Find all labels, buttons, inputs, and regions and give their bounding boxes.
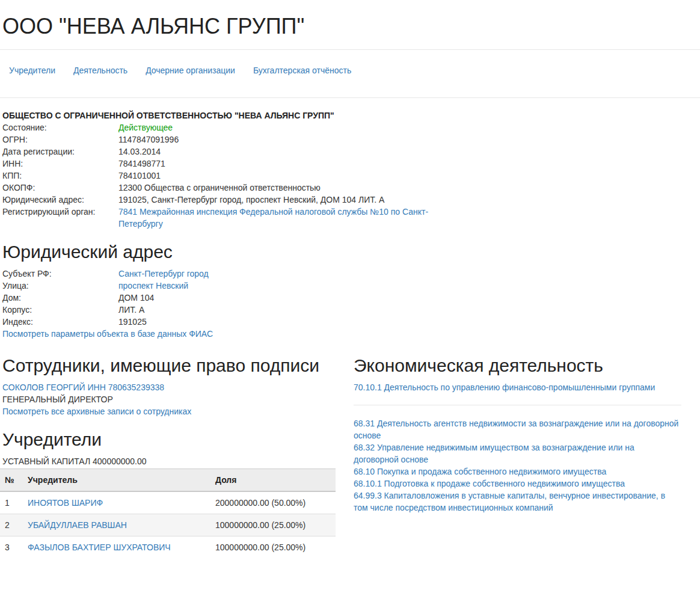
addr-row-subject: Субъект РФ: Санкт-Петербург город [2,268,700,280]
employee-link[interactable]: СОКОЛОВ ГЕОРГИЙ ИНН 780635239338 [2,381,336,393]
col-header-num: № [0,469,23,492]
okved-link[interactable]: 64.99.3 Капиталовложения в уставные капи… [354,490,681,514]
economic-divider [354,405,681,405]
founders-heading: Учредители [2,429,336,449]
okved-link[interactable]: 68.31 Деятельность агентств недвижимости… [354,417,681,441]
field-row-reg-authority: Регистрирующий орган: 7841 Межрайонная и… [2,206,700,230]
street-link[interactable]: проспект Невский [118,281,188,290]
field-row-okopf: ОКОПФ: 12300 Общества с ограниченной отв… [2,182,700,194]
field-row-inn: ИНН: 7841498771 [2,158,700,170]
field-label: Дата регистрации: [2,146,118,158]
right-column: Экономическая деятельность 70.10.1 Деяте… [354,343,681,558]
page-container: ООО "НЕВА АЛЬЯНС ГРУПП" Учредители Деяте… [0,14,700,582]
field-value: 1147847091996 [118,134,432,146]
field-label: ИНН: [2,158,118,170]
field-label: Улица: [2,280,118,292]
status-badge: Действующее [118,121,432,134]
company-full-name: ОБЩЕСТВО С ОГРАНИЧЕННОЙ ОТВЕТСТВЕННОСТЬЮ… [2,109,700,121]
table-row: 1 ИНОЯТОВ ШАРИФ 200000000.00 (50.00%) [0,491,336,514]
field-value: ЛИТ. А [118,304,432,316]
field-label: ОКОПФ: [2,182,118,194]
economic-activity-heading: Экономическая деятельность [354,355,681,375]
two-column-area: Сотрудники, имеющие право подписи СОКОЛО… [2,343,700,558]
col-header-share: Доля [210,469,336,492]
field-label: Индекс: [2,316,118,328]
field-value: 191025 [118,316,432,328]
left-column: Сотрудники, имеющие право подписи СОКОЛО… [2,343,336,558]
addr-row-street: Улица: проспект Невский [2,280,700,292]
okved-link[interactable]: 68.32 Управление недвижимым имуществом з… [354,441,681,466]
founder-share: 100000000.00 (25.00%) [210,514,336,536]
field-value: 191025, Санкт-Петербург город, проспект … [118,194,432,206]
addr-row-index: Индекс: 191025 [2,316,700,328]
founder-num: 3 [0,536,23,559]
col-header-name: Учредитель [23,469,210,492]
table-row: 3 ФАЗЫЛОВ БАХТИЕР ШУХРАТОВИЧ 100000000.0… [0,536,336,559]
field-label: Дом: [2,292,118,304]
okved-link[interactable]: 68.10 Покупка и продажа собственного нед… [354,466,681,478]
employee-position: ГЕНЕРАЛЬНЫЙ ДИРЕКТОР [2,393,336,405]
main-nav: Учредители Деятельность Дочерние организ… [0,58,700,82]
divider-under-nav [0,97,700,98]
founder-num: 2 [0,514,23,536]
field-label: Регистрирующий орган: [2,206,118,230]
nav-link-activity[interactable]: Деятельность [64,58,137,82]
divider-under-title [0,49,700,50]
field-value: 784101001 [118,170,432,182]
field-row-reg-date: Дата регистрации: 14.03.2014 [2,146,700,158]
field-label: КПП: [2,170,118,182]
founders-table-header-row: № Учредитель Доля [0,469,336,492]
founder-link[interactable]: УБАЙДУЛЛАЕВ РАВШАН [28,520,127,530]
founders-table: № Учредитель Доля 1 ИНОЯТОВ ШАРИФ 200000… [0,469,336,558]
economic-activity-section: Экономическая деятельность 70.10.1 Деяте… [354,355,681,514]
founder-num: 1 [0,491,23,514]
field-value: 7841498771 [118,158,432,170]
founder-share: 100000000.00 (25.00%) [210,536,336,559]
founders-section: Учредители УСТАВНЫЙ КАПИТАЛ 400000000.00… [2,429,336,558]
field-label: Субъект РФ: [2,268,118,280]
addr-row-house: Дом: ДОМ 104 [2,292,700,304]
legal-address-heading: Юридический адрес [2,242,700,262]
founder-link[interactable]: ФАЗЫЛОВ БАХТИЕР ШУХРАТОВИЧ [28,542,171,552]
field-row-kpp: КПП: 784101001 [2,170,700,182]
company-info-section: ОБЩЕСТВО С ОГРАНИЧЕННОЙ ОТВЕТСТВЕННОСТЬЮ… [2,109,700,230]
fias-link[interactable]: Посмотреть параметры объекта в базе данн… [2,329,213,339]
nav-link-subsidiaries[interactable]: Дочерние организации [137,58,244,82]
field-row-status: Состояние: Действующее [2,121,700,134]
okved-primary-link[interactable]: 70.10.1 Деятельность по управлению финан… [354,381,681,393]
employees-section: Сотрудники, имеющие право подписи СОКОЛО… [2,355,336,417]
region-link[interactable]: Санкт-Петербург город [118,269,209,278]
legal-address-section: Юридический адрес Субъект РФ: Санкт-Пете… [2,242,700,340]
nav-link-accounting[interactable]: Бухгалтерская отчёность [244,58,360,82]
employees-heading: Сотрудники, имеющие право подписи [2,355,336,375]
table-row: 2 УБАЙДУЛЛАЕВ РАВШАН 100000000.00 (25.00… [0,514,336,536]
founder-link[interactable]: ИНОЯТОВ ШАРИФ [28,498,103,508]
field-label: ОГРН: [2,134,118,146]
nav-link-founders[interactable]: Учредители [0,58,64,82]
field-label: Юридический адрес: [2,194,118,206]
field-row-ogrn: ОГРН: 1147847091996 [2,134,700,146]
field-row-legal-address: Юридический адрес: 191025, Санкт-Петербу… [2,194,700,206]
nav-wrap: Учредители Деятельность Дочерние организ… [2,58,700,82]
field-value: 12300 Общества с ограниченной ответствен… [118,182,432,194]
field-value: ДОМ 104 [118,292,432,304]
founder-share: 200000000.00 (50.00%) [210,491,336,514]
okved-link[interactable]: 68.10.1 Подготовка к продаже собственног… [354,478,681,490]
registering-authority-link[interactable]: 7841 Межрайонная инспекция Федеральной н… [118,207,428,229]
employees-archive-link[interactable]: Посмотреть все архивные записи о сотрудн… [2,405,336,417]
page-title: ООО "НЕВА АЛЬЯНС ГРУПП" [2,14,700,38]
charter-capital: УСТАВНЫЙ КАПИТАЛ 400000000.00 [2,455,336,467]
field-label: Состояние: [2,121,118,134]
addr-row-building: Корпус: ЛИТ. А [2,304,700,316]
field-label: Корпус: [2,304,118,316]
field-value: 14.03.2014 [118,146,432,158]
